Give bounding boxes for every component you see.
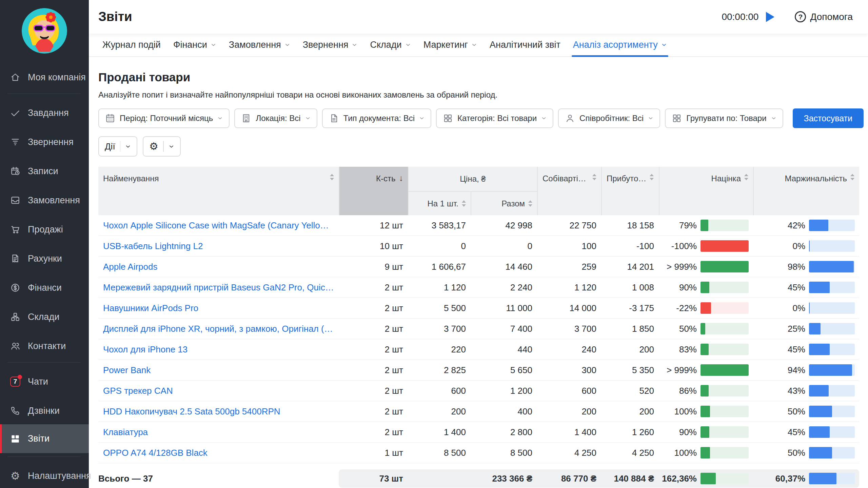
- cell-cost: 22 750: [537, 220, 601, 231]
- help-button[interactable]: ? Допомога: [795, 11, 853, 22]
- sidebar-item-warehouses[interactable]: Склади: [0, 307, 89, 327]
- margin-bar: [809, 302, 855, 314]
- table-settings-button[interactable]: ⚙: [143, 136, 180, 157]
- product-link[interactable]: Чохол для iPhone 13: [103, 344, 334, 355]
- sidebar-item-label: Дзвінки: [28, 406, 60, 416]
- cell-profit: 200: [601, 344, 659, 355]
- product-link[interactable]: USB-кабель Lightning L2: [103, 241, 334, 251]
- totals-label: Всього — 37: [98, 469, 339, 488]
- column-header-cost[interactable]: Собівартіс…: [537, 167, 601, 215]
- markup-bar: [701, 447, 749, 459]
- gear-icon: ⚙: [149, 141, 158, 151]
- tab-requests[interactable]: Звернення: [303, 34, 358, 56]
- filter-employee[interactable]: Співробітник: Всі: [558, 108, 660, 128]
- tab-marketing[interactable]: Маркетинг: [423, 34, 477, 56]
- cell-margin: 43%: [753, 385, 859, 396]
- column-header-markup[interactable]: Націнка: [659, 167, 753, 215]
- column-header-profit[interactable]: Прибуто…: [601, 167, 659, 215]
- cell-cost: 100: [537, 241, 601, 251]
- cell-price-unit: 200: [408, 406, 471, 417]
- product-link[interactable]: Чохол Apple Silicone Case with MagSafe (…: [103, 220, 334, 231]
- markup-bar: [701, 282, 749, 293]
- product-link[interactable]: Power Bank: [103, 365, 334, 375]
- cell-markup: 83%: [659, 344, 753, 355]
- product-link[interactable]: OPPO A74 4/128GB Black: [103, 448, 334, 458]
- column-header-price-group: Ціна, ₴: [408, 167, 537, 191]
- chevron-down-icon: [471, 42, 477, 48]
- filter-location[interactable]: Локація: Всі: [234, 108, 317, 128]
- sidebar-item-company[interactable]: Моя компанія: [0, 67, 89, 87]
- tab-warehouses[interactable]: Склади: [370, 34, 411, 56]
- cell-margin: 25%: [753, 323, 859, 334]
- timer-play-button[interactable]: [766, 12, 774, 22]
- cell-margin: 50%: [753, 447, 859, 459]
- sidebar-item-settings[interactable]: ⚙Налаштування: [0, 466, 89, 486]
- column-header-price-total[interactable]: Разом: [471, 191, 537, 215]
- markup-bar: [701, 220, 749, 231]
- page-description: Аналізуйте попит і визначайте найпопуляр…: [98, 90, 859, 100]
- filter-period[interactable]: Період: Поточний місяць: [98, 108, 230, 128]
- column-header-margin[interactable]: Маржинальність: [753, 167, 859, 215]
- content: Продані товари Аналізуйте попит і визнач…: [89, 57, 868, 488]
- product-link[interactable]: Apple Airpods: [103, 262, 334, 272]
- sidebar-item-finance[interactable]: Фінанси: [0, 278, 89, 298]
- sidebar-item-contacts[interactable]: Контакти: [0, 336, 89, 356]
- tab-assortment-analysis[interactable]: Аналіз асортименту: [573, 34, 667, 56]
- apply-button[interactable]: Застосувати: [793, 108, 864, 128]
- question-circle-icon: ?: [795, 11, 806, 22]
- tab-journal[interactable]: Журнал подій: [102, 34, 161, 56]
- filter-doc-type[interactable]: Тип документа: Всі: [322, 108, 431, 128]
- sidebar-divider: [7, 362, 81, 363]
- sidebar-item-chats[interactable]: 7Чати: [0, 371, 89, 392]
- tab-orders[interactable]: Замовлення: [229, 34, 290, 56]
- sidebar-item-calls[interactable]: Дзвінки: [0, 401, 89, 421]
- column-header-qty[interactable]: К-сть ↓: [339, 167, 408, 215]
- cell-qty: 2 шт: [339, 303, 408, 313]
- sidebar-item-invoices[interactable]: Рахунки: [0, 248, 89, 269]
- calendar-icon: [105, 113, 115, 123]
- sidebar-nav: Моя компаніяЗавданняЗверненняЗаписиЗамов…: [0, 58, 89, 486]
- table-row: Навушники AirPods Pro 2 шт 5 500 11 000 …: [98, 298, 859, 319]
- main-area: Звіти 00:00:00 ? Допомога Журнал подійФі…: [89, 0, 868, 488]
- product-link[interactable]: Мережевий зарядний пристрій Baseus GaN2 …: [103, 282, 334, 293]
- table-row: Клавіатура 2 шт 1 400 2 800 1 400 1 260 …: [98, 422, 859, 443]
- markup-bar: [701, 323, 749, 334]
- filter-group-by[interactable]: Групувати по: Товари: [665, 108, 783, 128]
- sort-icon: [592, 174, 596, 180]
- sidebar-item-tasks[interactable]: Завдання: [0, 103, 89, 123]
- cell-qty: 12 шт: [339, 220, 408, 231]
- product-link[interactable]: GPS трекер CAN: [103, 386, 334, 396]
- product-link[interactable]: Дисплей для iPhone XR, чорний, з рамкою,…: [103, 324, 334, 334]
- filter-label: Категорія: Всі товари: [457, 114, 537, 123]
- sidebar-item-records[interactable]: Записи: [0, 161, 89, 181]
- actions-dropdown-button[interactable]: Дії: [98, 136, 137, 157]
- cell-cost: 3 700: [537, 324, 601, 334]
- product-link[interactable]: HDD Накопичувач 2.5 Sata 500gb 5400RPN: [103, 406, 334, 417]
- report-tabs: Журнал подійФінансиЗамовленняЗверненняСк…: [89, 34, 868, 57]
- sidebar-item-sales[interactable]: Продажі: [0, 219, 89, 240]
- cell-price-unit: 5 500: [408, 303, 471, 313]
- filter-label: Період: Поточний місяць: [120, 114, 213, 123]
- dollar-icon: [10, 283, 20, 293]
- product-link[interactable]: Навушники AirPods Pro: [103, 303, 334, 313]
- column-header-name[interactable]: Найменування: [98, 167, 339, 215]
- tab-label: Склади: [370, 40, 401, 50]
- tab-finance[interactable]: Фінанси: [173, 34, 216, 56]
- building-icon: [241, 113, 251, 123]
- product-link[interactable]: Клавіатура: [103, 427, 334, 438]
- sidebar-item-orders[interactable]: Замовлення: [0, 190, 89, 210]
- filter-category[interactable]: Категорія: Всі товари: [436, 108, 553, 128]
- sidebar-item-requests[interactable]: Звернення: [0, 132, 89, 152]
- sidebar-item-reports[interactable]: Звіти: [0, 424, 89, 453]
- sort-desc-icon: ↓: [399, 174, 403, 182]
- cell-profit: 5 350: [601, 365, 659, 375]
- column-header-price-unit[interactable]: На 1 шт.: [408, 191, 471, 215]
- person-icon: [565, 113, 575, 123]
- table-row: Power Bank 2 шт 2 825 5 650 300 5 350 > …: [98, 360, 859, 381]
- tab-analytic-report[interactable]: Аналітичний звіт: [490, 34, 560, 56]
- cell-margin: 45%: [753, 282, 859, 293]
- markup-bar: [701, 473, 749, 484]
- cell-qty: 1 шт: [339, 448, 408, 458]
- avatar[interactable]: [22, 8, 67, 54]
- cell-markup: 79%: [659, 220, 753, 231]
